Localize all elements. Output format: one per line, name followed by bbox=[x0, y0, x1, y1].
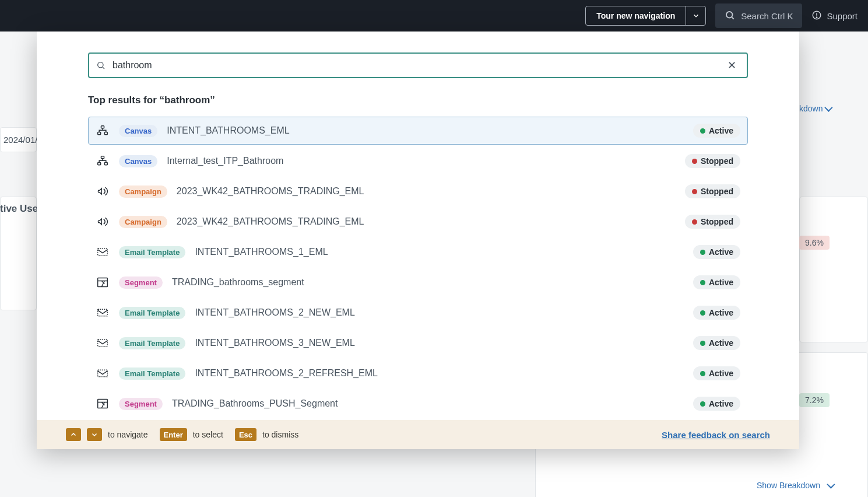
navigate-label: to navigate bbox=[108, 430, 148, 439]
svg-rect-7 bbox=[101, 126, 104, 128]
type-pill: Email Template bbox=[119, 337, 185, 349]
campaign-icon bbox=[96, 186, 110, 197]
svg-point-4 bbox=[817, 17, 818, 18]
status-pill: Active bbox=[693, 397, 740, 411]
result-name: INTENT_BATHROOMS_1_EML bbox=[195, 247, 328, 257]
support-link[interactable]: Support bbox=[811, 10, 858, 22]
result-name: INTENT_BATHROOMS_3_NEW_EML bbox=[195, 338, 354, 348]
arrow-down-key bbox=[87, 428, 102, 441]
status-pill: Active bbox=[693, 306, 740, 320]
type-pill: Email Template bbox=[119, 307, 185, 319]
bg-breakdown-link: kdown bbox=[799, 104, 831, 113]
type-pill: Email Template bbox=[119, 246, 185, 258]
svg-rect-16 bbox=[98, 340, 108, 346]
svg-rect-8 bbox=[98, 132, 101, 135]
clear-icon[interactable]: ✕ bbox=[724, 57, 740, 74]
status-pill: Active bbox=[693, 366, 740, 380]
status-dot-icon bbox=[700, 401, 705, 407]
email-icon bbox=[96, 307, 110, 318]
result-row[interactable]: Email TemplateINTENT_BATHROOMS_3_NEW_EML… bbox=[88, 329, 748, 357]
bg-card-title: tive Use bbox=[0, 203, 38, 215]
result-row[interactable]: Campaign2023_WK42_BATHROOMS_TRADING_EMLS… bbox=[88, 208, 748, 236]
status-label: Active bbox=[709, 247, 733, 257]
bg-date: 2024/01/ bbox=[3, 135, 37, 145]
search-input[interactable] bbox=[113, 60, 717, 71]
svg-rect-13 bbox=[98, 249, 108, 256]
alert-icon bbox=[811, 10, 822, 22]
result-row[interactable]: SegmentTRADING_Bathrooms_PUSH_SegmentAct… bbox=[88, 390, 748, 418]
status-label: Active bbox=[709, 399, 733, 408]
tour-navigation-button[interactable]: Tour new navigation bbox=[585, 6, 706, 26]
status-label: Stopped bbox=[701, 156, 733, 166]
status-dot-icon bbox=[692, 189, 697, 194]
status-pill: Active bbox=[693, 245, 740, 259]
search-footer: to navigate Enter to select Esc to dismi… bbox=[37, 420, 799, 449]
status-label: Stopped bbox=[701, 217, 733, 226]
email-icon bbox=[96, 368, 110, 379]
status-dot-icon bbox=[700, 371, 705, 376]
show-breakdown-link[interactable]: Show Breakdown bbox=[757, 481, 833, 490]
enter-key: Enter bbox=[160, 428, 187, 441]
result-row[interactable]: Email TemplateINTENT_BATHROOMS_2_NEW_EML… bbox=[88, 299, 748, 327]
result-name: 2023_WK42_BATHROOMS_TRADING_EML bbox=[177, 186, 364, 197]
status-pill: Active bbox=[693, 124, 740, 138]
status-label: Active bbox=[709, 278, 733, 287]
result-name: TRADING_Bathrooms_PUSH_Segment bbox=[172, 398, 338, 409]
result-name: INTENT_BATHROOMS_2_REFRESH_EML bbox=[195, 368, 378, 379]
status-dot-icon bbox=[700, 310, 705, 316]
result-row[interactable]: Email TemplateINTENT_BATHROOMS_2_REFRESH… bbox=[88, 359, 748, 387]
status-dot-icon bbox=[700, 128, 705, 134]
chevron-down-icon[interactable] bbox=[686, 6, 705, 25]
global-search-button[interactable]: Search Ctrl K bbox=[715, 4, 802, 28]
bg-card bbox=[799, 197, 868, 342]
arrow-up-key bbox=[66, 428, 81, 441]
svg-point-0 bbox=[726, 12, 733, 18]
top-header: Tour new navigation Search Ctrl K Suppor… bbox=[0, 0, 868, 32]
segment-icon bbox=[96, 398, 110, 410]
email-icon bbox=[96, 337, 110, 349]
type-pill: Canvas bbox=[119, 155, 157, 167]
svg-rect-12 bbox=[104, 163, 107, 165]
svg-rect-11 bbox=[98, 163, 101, 165]
result-row[interactable]: SegmentTRADING_bathrooms_segmentActive bbox=[88, 268, 748, 296]
status-dot-icon bbox=[700, 341, 705, 346]
type-pill: Campaign bbox=[119, 216, 167, 228]
status-dot-icon bbox=[700, 250, 705, 255]
search-modal: ✕ Top results for “bathroom” CanvasINTEN… bbox=[37, 32, 799, 449]
status-pill: Stopped bbox=[685, 215, 740, 229]
result-row[interactable]: CanvasINTENT_BATHROOMS_EMLActive bbox=[88, 117, 748, 145]
result-row[interactable]: Campaign2023_WK42_BATHROOMS_TRADING_EMLS… bbox=[88, 177, 748, 205]
result-name: 2023_WK42_BATHROOMS_TRADING_EML bbox=[177, 216, 364, 227]
campaign-icon bbox=[96, 216, 110, 228]
status-pill: Active bbox=[693, 275, 740, 289]
status-label: Active bbox=[709, 308, 733, 317]
svg-rect-9 bbox=[104, 132, 107, 135]
type-pill: Segment bbox=[119, 276, 163, 289]
search-icon bbox=[725, 10, 735, 22]
feedback-link[interactable]: Share feedback on search bbox=[662, 430, 770, 440]
search-input-wrap: ✕ bbox=[88, 52, 748, 78]
result-list: CanvasINTENT_BATHROOMS_EMLActiveCanvasIn… bbox=[88, 117, 748, 418]
search-shortcut-label: Search Ctrl K bbox=[741, 11, 793, 21]
result-row[interactable]: CanvasInternal_test_ITP_BathroomStopped bbox=[88, 147, 748, 175]
canvas-icon bbox=[96, 155, 110, 167]
bg-badge-red: 9.6% bbox=[799, 236, 830, 250]
result-name: INTENT_BATHROOMS_2_NEW_EML bbox=[195, 307, 354, 318]
svg-rect-15 bbox=[98, 309, 108, 316]
result-name: Internal_test_ITP_Bathroom bbox=[167, 156, 283, 166]
esc-key: Esc bbox=[235, 428, 256, 441]
status-label: Stopped bbox=[701, 187, 733, 196]
svg-line-6 bbox=[103, 67, 104, 69]
search-icon bbox=[96, 61, 106, 70]
tour-label: Tour new navigation bbox=[586, 6, 686, 25]
svg-point-5 bbox=[98, 62, 103, 68]
type-pill: Campaign bbox=[119, 186, 167, 198]
status-dot-icon bbox=[692, 159, 697, 164]
search-modal-body: ✕ Top results for “bathroom” CanvasINTEN… bbox=[37, 32, 799, 420]
result-row[interactable]: Email TemplateINTENT_BATHROOMS_1_EMLActi… bbox=[88, 238, 748, 266]
svg-rect-17 bbox=[98, 370, 108, 377]
email-icon bbox=[96, 246, 110, 258]
support-label: Support bbox=[827, 11, 858, 21]
canvas-icon bbox=[96, 125, 110, 136]
status-dot-icon bbox=[692, 219, 697, 225]
